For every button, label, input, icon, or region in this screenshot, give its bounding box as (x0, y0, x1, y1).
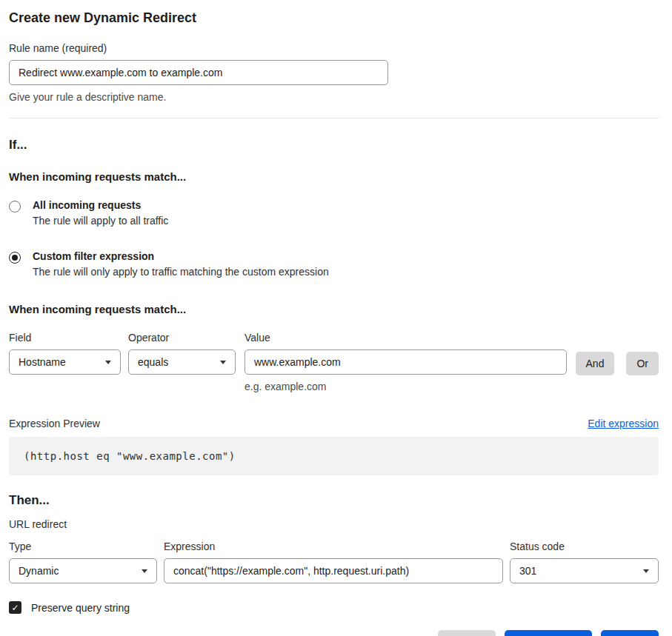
all-incoming-requests-radio[interactable] (9, 201, 21, 212)
custom-filter-expression-label: Custom filter expression (33, 250, 329, 262)
and-or-buttons: And Or (576, 352, 659, 375)
preserve-query-string-label: Preserve query string (31, 602, 130, 614)
type-select-value: Dynamic (19, 565, 59, 577)
type-column: Type Dynamic (9, 540, 157, 583)
status-code-label: Status code (510, 540, 659, 552)
preserve-query-string-checkbox[interactable] (9, 601, 21, 614)
redirect-expression-input[interactable] (164, 558, 503, 583)
rule-name-label: Rule name (required) (9, 42, 659, 54)
all-incoming-requests-description: The rule will apply to all traffic (33, 215, 168, 227)
redirect-settings-row: Type Dynamic Expression Status code 301 (9, 540, 659, 583)
value-column: Value e.g. example.com (244, 332, 567, 392)
operator-column: Operator equals (128, 332, 236, 375)
value-input[interactable] (244, 349, 567, 375)
type-select[interactable]: Dynamic (9, 558, 157, 583)
radio-option-all-incoming-requests[interactable]: All incoming requests The rule will appl… (9, 199, 659, 227)
rule-name-input[interactable] (9, 60, 388, 85)
create-dynamic-redirect-form: Create new Dynamic Redirect Rule name (r… (0, 0, 672, 636)
cancel-button[interactable]: Cancel (438, 630, 496, 636)
edit-expression-link[interactable]: Edit expression (588, 418, 659, 429)
value-label: Value (244, 332, 567, 344)
field-column: Field Hostname (9, 332, 121, 375)
custom-filter-expression-radio[interactable] (9, 252, 21, 264)
operator-select[interactable]: equals (128, 349, 236, 375)
chevron-down-icon (105, 361, 111, 364)
expression-code-text: (http.host eq "www.example.com") (24, 450, 236, 462)
filter-expression-row: Field Hostname Operator equals Value e.g… (9, 332, 659, 392)
page-title: Create new Dynamic Redirect (9, 10, 659, 26)
status-code-select[interactable]: 301 (510, 558, 659, 583)
radio-option-text: Custom filter expression The rule will o… (33, 250, 329, 278)
url-redirect-label: URL redirect (9, 518, 659, 530)
custom-filter-expression-description: The rule will only apply to traffic matc… (33, 266, 329, 278)
preserve-query-string-row[interactable]: Preserve query string (9, 601, 659, 614)
expression-preview-header: Expression Preview Edit expression (9, 418, 659, 429)
and-button[interactable]: And (576, 352, 615, 375)
rule-name-help: Give your rule a descriptive name. (9, 91, 659, 103)
radio-option-text: All incoming requests The rule will appl… (33, 199, 168, 227)
status-code-select-value: 301 (519, 565, 536, 577)
section-divider (9, 118, 659, 118)
operator-select-value: equals (138, 356, 168, 368)
status-code-column: Status code 301 (510, 540, 659, 583)
expression-column: Expression (164, 540, 503, 583)
form-actions: Cancel Save as Draft Deploy (9, 630, 659, 636)
deploy-button[interactable]: Deploy (601, 630, 659, 636)
value-help: e.g. example.com (244, 381, 567, 392)
expression-preview-label: Expression Preview (9, 418, 100, 429)
chevron-down-icon (220, 361, 226, 364)
radio-option-custom-filter-expression[interactable]: Custom filter expression The rule will o… (9, 250, 659, 278)
rule-name-group: Rule name (required) Give your rule a de… (9, 42, 659, 103)
field-select[interactable]: Hostname (9, 349, 121, 375)
field-select-value: Hostname (19, 356, 66, 368)
field-label: Field (9, 332, 121, 344)
type-label: Type (9, 540, 157, 552)
then-heading: Then... (9, 493, 659, 508)
filter-builder-heading: When incoming requests match... (9, 303, 659, 315)
chevron-down-icon (643, 569, 649, 573)
if-heading: If... (9, 138, 659, 153)
expression-preview-code: (http.host eq "www.example.com") (9, 437, 659, 475)
expression-label: Expression (164, 540, 503, 552)
chevron-down-icon (142, 569, 147, 573)
incoming-requests-match-heading: When incoming requests match... (9, 170, 659, 183)
operator-label: Operator (128, 332, 236, 344)
save-as-draft-button[interactable]: Save as Draft (505, 630, 593, 636)
or-button[interactable]: Or (626, 352, 659, 375)
all-incoming-requests-label: All incoming requests (33, 199, 168, 211)
